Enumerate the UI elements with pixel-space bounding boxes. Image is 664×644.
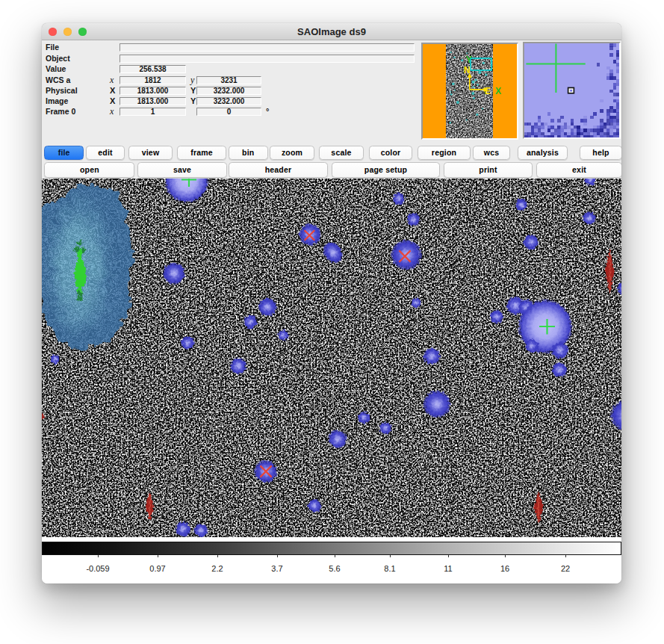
svg-text:N: N — [464, 65, 471, 75]
svg-text:E: E — [485, 86, 491, 96]
svg-text:Y: Y — [466, 55, 472, 65]
svg-text:X: X — [495, 86, 501, 96]
